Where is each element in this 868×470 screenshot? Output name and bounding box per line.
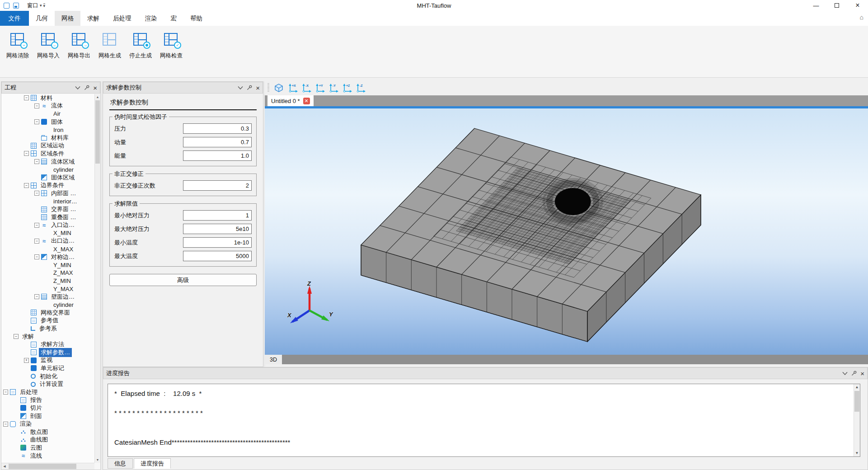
menu-item-几何[interactable]: 几何 xyxy=(29,11,55,26)
toolbar-customize-icon[interactable]: ▾ xyxy=(43,4,46,8)
collapse-chevron-icon[interactable] xyxy=(238,85,243,90)
tree-item-流线[interactable]: ≈流线 xyxy=(1,452,94,460)
isometric-view-icon[interactable] xyxy=(272,82,286,93)
tree-item-云图[interactable]: 云图 xyxy=(1,444,94,452)
view-axis-+X-icon[interactable]: +X xyxy=(286,82,299,93)
param-input-能量[interactable] xyxy=(183,150,252,161)
tree-item-散点图[interactable]: 散点图 xyxy=(1,428,94,436)
scroll-up-icon[interactable]: ▲ xyxy=(854,384,860,390)
collapse-box-icon[interactable]: − xyxy=(14,334,19,339)
tree-item-interior[interactable]: interior… xyxy=(1,197,94,206)
param-input-最大绝对压力[interactable] xyxy=(183,224,252,234)
tree-item-边界条件[interactable]: −边界条件 xyxy=(1,182,94,190)
tree-item-材料库[interactable]: 材料库 xyxy=(1,134,94,142)
scroll-left-icon[interactable]: ◀ xyxy=(1,463,8,470)
home-icon[interactable]: ⌂ xyxy=(860,14,863,21)
tree-vertical-scrollbar[interactable]: ▲ ▼ xyxy=(94,94,100,463)
collapse-box-icon[interactable]: − xyxy=(24,183,29,188)
param-input-最大温度[interactable] xyxy=(183,251,252,261)
collapse-box-icon[interactable]: − xyxy=(24,151,29,156)
tree-item-参考值[interactable]: 参考值 xyxy=(1,317,94,325)
close-button[interactable]: × xyxy=(847,0,868,11)
collapse-box-icon[interactable]: − xyxy=(34,119,39,124)
tree-item-Y_MIN[interactable]: Y_MIN xyxy=(1,261,94,269)
tree-item-求解方法[interactable]: 求解方法 xyxy=(1,340,94,348)
scroll-up-icon[interactable]: ▲ xyxy=(95,94,100,100)
scroll-down-icon[interactable]: ▼ xyxy=(854,450,860,456)
tree-item-渲染[interactable]: −渲染 xyxy=(1,420,94,428)
tree-item-出口边[interactable]: −≈出口边… xyxy=(1,237,94,245)
tree-item-Z_MIN[interactable]: Z_MIN xyxy=(1,277,94,285)
param-input-最小温度[interactable] xyxy=(183,237,252,248)
tree-item-Z_MAX[interactable]: Z_MAX xyxy=(1,269,94,277)
panel-close-icon[interactable]: × xyxy=(860,370,864,377)
menu-item-渲染[interactable]: 渲染 xyxy=(138,11,164,26)
document-tab[interactable]: Untitled 0 * ✕ xyxy=(267,95,314,106)
panel-close-icon[interactable]: × xyxy=(93,85,97,91)
tree-item-求解[interactable]: −求解 xyxy=(1,333,94,341)
menu-item-帮助[interactable]: 帮助 xyxy=(183,11,209,26)
tree-item-Iron[interactable]: Iron xyxy=(1,126,94,134)
view-axis-+Z-icon[interactable]: +Z xyxy=(340,82,353,93)
tree-item-报告[interactable]: 报告 xyxy=(1,396,94,404)
quick-access-window-menu[interactable]: 窗口 ▾ ▾ xyxy=(27,2,45,9)
collapse-chevron-icon[interactable] xyxy=(842,371,848,376)
tree-horizontal-scrollbar[interactable]: ◀ xyxy=(1,463,94,470)
ribbon-button-网格导入[interactable]: ←网格导入 xyxy=(33,32,63,60)
tree-item-cylinder[interactable]: cylinder xyxy=(1,165,94,174)
view-axis--Z-icon[interactable]: -Z xyxy=(353,82,367,93)
new-layout-icon[interactable] xyxy=(4,3,9,9)
collapse-box-icon[interactable]: − xyxy=(34,294,39,299)
collapse-box-icon[interactable]: − xyxy=(3,390,8,395)
tree-item-交界面[interactable]: 交界面 … xyxy=(1,205,94,213)
pin-icon[interactable] xyxy=(851,371,857,376)
view-axis--X-icon[interactable]: -X xyxy=(299,82,313,93)
panel-close-icon[interactable]: × xyxy=(256,85,260,91)
tree-item-对称边[interactable]: −对称边… xyxy=(1,253,94,261)
ribbon-button-网格清除[interactable]: −网格清除 xyxy=(3,32,33,60)
tree-item-固体[interactable]: −固体 xyxy=(1,118,94,126)
bottom-tab-进度报告[interactable]: 进度报告 xyxy=(134,458,171,469)
save-icon[interactable] xyxy=(13,3,19,9)
param-input-非正交修正次数[interactable] xyxy=(183,180,252,191)
collapse-box-icon[interactable]: − xyxy=(34,191,39,196)
menu-item-求解[interactable]: 求解 xyxy=(80,11,106,26)
pin-icon[interactable] xyxy=(247,85,252,90)
menu-item-网格[interactable]: 网格 xyxy=(55,11,80,26)
advanced-button[interactable]: 高级 xyxy=(109,274,257,286)
param-input-最小绝对压力[interactable] xyxy=(183,210,252,221)
tree-item-后处理[interactable]: −后处理 xyxy=(1,388,94,396)
scrollbar-thumb[interactable] xyxy=(854,391,859,412)
tree-item-监视[interactable]: +监视 xyxy=(1,357,94,365)
console-vertical-scrollbar[interactable]: ▲ ▼ xyxy=(854,384,860,456)
viewport-3d[interactable]: ZXY xyxy=(265,106,868,355)
tree-item-重叠面[interactable]: 重叠面 … xyxy=(1,213,94,221)
tree-item-流体[interactable]: −≈流体 xyxy=(1,102,94,110)
ribbon-button-网格检查[interactable]: ✓网格检查 xyxy=(156,32,186,60)
view-axis-+Y-icon[interactable]: +Y xyxy=(313,82,326,93)
toolbar-drag-handle[interactable] xyxy=(267,83,269,92)
tree-item-参考系[interactable]: 参考系 xyxy=(1,324,94,333)
scrollbar-thumb[interactable] xyxy=(9,464,76,469)
collapse-chevron-icon[interactable] xyxy=(75,85,80,90)
collapse-box-icon[interactable]: − xyxy=(24,95,29,100)
bottom-tab-信息[interactable]: 信息 xyxy=(108,458,133,469)
menu-item-后处理[interactable]: 后处理 xyxy=(106,11,138,26)
tree-item-区域条件[interactable]: −区域条件 xyxy=(1,150,94,158)
tree-item-X_MIN[interactable]: X_MIN xyxy=(1,229,94,237)
maximize-button[interactable] xyxy=(826,0,847,11)
scrollbar-thumb[interactable] xyxy=(95,100,100,164)
tree-item-曲线图[interactable]: 曲线图 xyxy=(1,436,94,444)
collapse-box-icon[interactable]: − xyxy=(34,159,39,164)
tree-item-单元标记[interactable]: 单元标记 xyxy=(1,364,94,372)
tab-close-icon[interactable]: ✕ xyxy=(303,98,310,104)
menu-item-文件[interactable]: 文件 xyxy=(0,11,29,26)
collapse-box-icon[interactable]: − xyxy=(3,422,8,427)
param-input-压力[interactable] xyxy=(183,123,252,134)
menu-item-宏[interactable]: 宏 xyxy=(164,11,184,26)
view-axis--Y-icon[interactable]: -Y xyxy=(326,82,340,93)
ribbon-button-停止生成[interactable]: 停止生成 xyxy=(126,32,155,60)
tree-item-壁面边[interactable]: −壁面边… xyxy=(1,293,94,301)
tree-item-入口边[interactable]: −≈入口边… xyxy=(1,221,94,230)
tree-item-求解参数[interactable]: 求解参数… xyxy=(1,348,94,357)
